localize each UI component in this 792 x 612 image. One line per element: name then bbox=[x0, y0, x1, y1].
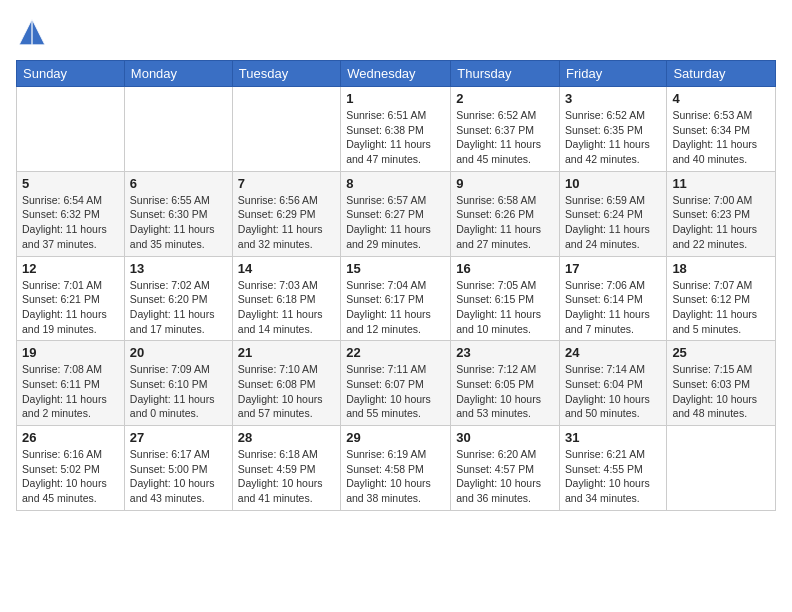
day-info: Sunrise: 6:16 AM Sunset: 5:02 PM Dayligh… bbox=[22, 447, 119, 506]
day-number: 13 bbox=[130, 261, 227, 276]
logo-icon bbox=[16, 16, 48, 48]
calendar-week-4: 19Sunrise: 7:08 AM Sunset: 6:11 PM Dayli… bbox=[17, 341, 776, 426]
calendar-cell: 28Sunrise: 6:18 AM Sunset: 4:59 PM Dayli… bbox=[232, 426, 340, 511]
day-info: Sunrise: 6:56 AM Sunset: 6:29 PM Dayligh… bbox=[238, 193, 335, 252]
calendar-cell: 5Sunrise: 6:54 AM Sunset: 6:32 PM Daylig… bbox=[17, 171, 125, 256]
calendar-cell: 15Sunrise: 7:04 AM Sunset: 6:17 PM Dayli… bbox=[341, 256, 451, 341]
day-info: Sunrise: 7:01 AM Sunset: 6:21 PM Dayligh… bbox=[22, 278, 119, 337]
weekday-header-row: SundayMondayTuesdayWednesdayThursdayFrid… bbox=[17, 61, 776, 87]
day-info: Sunrise: 7:14 AM Sunset: 6:04 PM Dayligh… bbox=[565, 362, 661, 421]
calendar-cell: 21Sunrise: 7:10 AM Sunset: 6:08 PM Dayli… bbox=[232, 341, 340, 426]
calendar-cell: 17Sunrise: 7:06 AM Sunset: 6:14 PM Dayli… bbox=[560, 256, 667, 341]
day-number: 3 bbox=[565, 91, 661, 106]
day-number: 28 bbox=[238, 430, 335, 445]
calendar-cell: 1Sunrise: 6:51 AM Sunset: 6:38 PM Daylig… bbox=[341, 87, 451, 172]
day-number: 21 bbox=[238, 345, 335, 360]
day-info: Sunrise: 7:02 AM Sunset: 6:20 PM Dayligh… bbox=[130, 278, 227, 337]
day-info: Sunrise: 6:54 AM Sunset: 6:32 PM Dayligh… bbox=[22, 193, 119, 252]
day-number: 29 bbox=[346, 430, 445, 445]
day-info: Sunrise: 7:12 AM Sunset: 6:05 PM Dayligh… bbox=[456, 362, 554, 421]
page-header bbox=[16, 16, 776, 48]
calendar-cell: 8Sunrise: 6:57 AM Sunset: 6:27 PM Daylig… bbox=[341, 171, 451, 256]
calendar-cell: 24Sunrise: 7:14 AM Sunset: 6:04 PM Dayli… bbox=[560, 341, 667, 426]
day-number: 19 bbox=[22, 345, 119, 360]
day-number: 17 bbox=[565, 261, 661, 276]
calendar-cell: 19Sunrise: 7:08 AM Sunset: 6:11 PM Dayli… bbox=[17, 341, 125, 426]
calendar-cell: 26Sunrise: 6:16 AM Sunset: 5:02 PM Dayli… bbox=[17, 426, 125, 511]
day-number: 26 bbox=[22, 430, 119, 445]
day-info: Sunrise: 7:05 AM Sunset: 6:15 PM Dayligh… bbox=[456, 278, 554, 337]
day-info: Sunrise: 6:52 AM Sunset: 6:37 PM Dayligh… bbox=[456, 108, 554, 167]
day-number: 9 bbox=[456, 176, 554, 191]
day-number: 22 bbox=[346, 345, 445, 360]
calendar-cell: 29Sunrise: 6:19 AM Sunset: 4:58 PM Dayli… bbox=[341, 426, 451, 511]
calendar-table: SundayMondayTuesdayWednesdayThursdayFrid… bbox=[16, 60, 776, 511]
logo bbox=[16, 16, 52, 48]
calendar-cell: 22Sunrise: 7:11 AM Sunset: 6:07 PM Dayli… bbox=[341, 341, 451, 426]
weekday-header-sunday: Sunday bbox=[17, 61, 125, 87]
calendar-cell: 9Sunrise: 6:58 AM Sunset: 6:26 PM Daylig… bbox=[451, 171, 560, 256]
day-info: Sunrise: 7:07 AM Sunset: 6:12 PM Dayligh… bbox=[672, 278, 770, 337]
day-number: 5 bbox=[22, 176, 119, 191]
calendar-cell: 2Sunrise: 6:52 AM Sunset: 6:37 PM Daylig… bbox=[451, 87, 560, 172]
day-number: 8 bbox=[346, 176, 445, 191]
weekday-header-monday: Monday bbox=[124, 61, 232, 87]
day-info: Sunrise: 6:57 AM Sunset: 6:27 PM Dayligh… bbox=[346, 193, 445, 252]
day-info: Sunrise: 6:17 AM Sunset: 5:00 PM Dayligh… bbox=[130, 447, 227, 506]
calendar-cell: 31Sunrise: 6:21 AM Sunset: 4:55 PM Dayli… bbox=[560, 426, 667, 511]
day-info: Sunrise: 6:53 AM Sunset: 6:34 PM Dayligh… bbox=[672, 108, 770, 167]
calendar-cell: 11Sunrise: 7:00 AM Sunset: 6:23 PM Dayli… bbox=[667, 171, 776, 256]
calendar-cell: 25Sunrise: 7:15 AM Sunset: 6:03 PM Dayli… bbox=[667, 341, 776, 426]
day-info: Sunrise: 6:18 AM Sunset: 4:59 PM Dayligh… bbox=[238, 447, 335, 506]
calendar-cell: 30Sunrise: 6:20 AM Sunset: 4:57 PM Dayli… bbox=[451, 426, 560, 511]
calendar-cell bbox=[17, 87, 125, 172]
day-number: 15 bbox=[346, 261, 445, 276]
day-info: Sunrise: 7:10 AM Sunset: 6:08 PM Dayligh… bbox=[238, 362, 335, 421]
calendar-cell: 13Sunrise: 7:02 AM Sunset: 6:20 PM Dayli… bbox=[124, 256, 232, 341]
day-number: 25 bbox=[672, 345, 770, 360]
calendar-cell: 3Sunrise: 6:52 AM Sunset: 6:35 PM Daylig… bbox=[560, 87, 667, 172]
day-info: Sunrise: 6:21 AM Sunset: 4:55 PM Dayligh… bbox=[565, 447, 661, 506]
day-info: Sunrise: 6:58 AM Sunset: 6:26 PM Dayligh… bbox=[456, 193, 554, 252]
day-number: 30 bbox=[456, 430, 554, 445]
weekday-header-saturday: Saturday bbox=[667, 61, 776, 87]
day-number: 1 bbox=[346, 91, 445, 106]
day-info: Sunrise: 6:19 AM Sunset: 4:58 PM Dayligh… bbox=[346, 447, 445, 506]
calendar-cell: 12Sunrise: 7:01 AM Sunset: 6:21 PM Dayli… bbox=[17, 256, 125, 341]
day-number: 4 bbox=[672, 91, 770, 106]
calendar-cell: 27Sunrise: 6:17 AM Sunset: 5:00 PM Dayli… bbox=[124, 426, 232, 511]
day-info: Sunrise: 7:06 AM Sunset: 6:14 PM Dayligh… bbox=[565, 278, 661, 337]
weekday-header-tuesday: Tuesday bbox=[232, 61, 340, 87]
calendar-cell: 10Sunrise: 6:59 AM Sunset: 6:24 PM Dayli… bbox=[560, 171, 667, 256]
day-number: 10 bbox=[565, 176, 661, 191]
day-info: Sunrise: 6:20 AM Sunset: 4:57 PM Dayligh… bbox=[456, 447, 554, 506]
day-info: Sunrise: 7:09 AM Sunset: 6:10 PM Dayligh… bbox=[130, 362, 227, 421]
weekday-header-wednesday: Wednesday bbox=[341, 61, 451, 87]
calendar-cell bbox=[667, 426, 776, 511]
weekday-header-thursday: Thursday bbox=[451, 61, 560, 87]
day-info: Sunrise: 6:51 AM Sunset: 6:38 PM Dayligh… bbox=[346, 108, 445, 167]
day-info: Sunrise: 7:08 AM Sunset: 6:11 PM Dayligh… bbox=[22, 362, 119, 421]
day-number: 18 bbox=[672, 261, 770, 276]
day-info: Sunrise: 6:52 AM Sunset: 6:35 PM Dayligh… bbox=[565, 108, 661, 167]
day-number: 31 bbox=[565, 430, 661, 445]
day-info: Sunrise: 7:04 AM Sunset: 6:17 PM Dayligh… bbox=[346, 278, 445, 337]
day-number: 6 bbox=[130, 176, 227, 191]
day-number: 2 bbox=[456, 91, 554, 106]
day-number: 23 bbox=[456, 345, 554, 360]
day-number: 11 bbox=[672, 176, 770, 191]
day-number: 24 bbox=[565, 345, 661, 360]
calendar-cell: 23Sunrise: 7:12 AM Sunset: 6:05 PM Dayli… bbox=[451, 341, 560, 426]
day-info: Sunrise: 6:55 AM Sunset: 6:30 PM Dayligh… bbox=[130, 193, 227, 252]
day-number: 27 bbox=[130, 430, 227, 445]
day-number: 12 bbox=[22, 261, 119, 276]
calendar-cell bbox=[124, 87, 232, 172]
day-number: 16 bbox=[456, 261, 554, 276]
day-info: Sunrise: 7:03 AM Sunset: 6:18 PM Dayligh… bbox=[238, 278, 335, 337]
day-info: Sunrise: 6:59 AM Sunset: 6:24 PM Dayligh… bbox=[565, 193, 661, 252]
day-info: Sunrise: 7:15 AM Sunset: 6:03 PM Dayligh… bbox=[672, 362, 770, 421]
calendar-cell: 7Sunrise: 6:56 AM Sunset: 6:29 PM Daylig… bbox=[232, 171, 340, 256]
calendar-week-2: 5Sunrise: 6:54 AM Sunset: 6:32 PM Daylig… bbox=[17, 171, 776, 256]
calendar-week-1: 1Sunrise: 6:51 AM Sunset: 6:38 PM Daylig… bbox=[17, 87, 776, 172]
calendar-cell: 20Sunrise: 7:09 AM Sunset: 6:10 PM Dayli… bbox=[124, 341, 232, 426]
